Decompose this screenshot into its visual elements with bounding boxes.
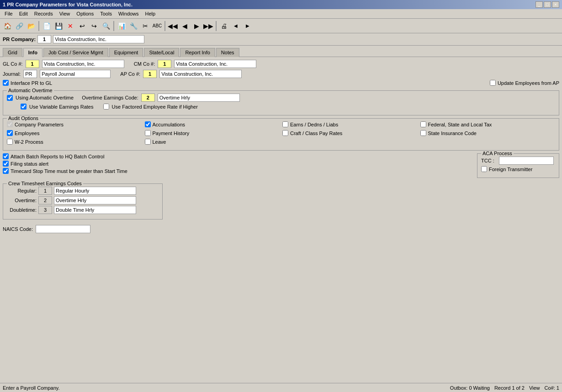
use-factored-rate-label: Use Factored Employee Rate if Higher bbox=[112, 104, 198, 110]
cm-co-number[interactable] bbox=[158, 60, 171, 68]
naics-input[interactable] bbox=[36, 225, 90, 233]
tab-grid[interactable]: Grid bbox=[3, 48, 22, 57]
pr-company-label: PR Company: bbox=[3, 37, 36, 42]
tb-save[interactable]: 💾 bbox=[53, 21, 64, 31]
audit-payment-history-checkbox[interactable] bbox=[145, 130, 151, 136]
maximize-button[interactable]: □ bbox=[544, 1, 551, 8]
tb-tools[interactable]: 🔧 bbox=[128, 21, 139, 31]
use-variable-rates-checkbox[interactable] bbox=[21, 104, 27, 110]
tb-new[interactable]: 📄 bbox=[41, 21, 52, 31]
gl-co-number[interactable] bbox=[26, 60, 39, 68]
tb-redo[interactable]: ↪ bbox=[89, 21, 100, 31]
window-controls[interactable]: _ □ × bbox=[535, 1, 559, 8]
tb-search[interactable]: 🔍 bbox=[101, 21, 111, 31]
menu-options[interactable]: Options bbox=[74, 10, 96, 17]
audit-company-params-checkbox[interactable] bbox=[7, 121, 13, 127]
using-auto-ot-label: Using Automatic Overtime bbox=[16, 95, 74, 100]
foreign-transmitter-label: Foreign Transmitter bbox=[489, 167, 532, 172]
audit-accumulations-checkbox[interactable] bbox=[145, 121, 151, 127]
audit-state-insurance-checkbox[interactable] bbox=[420, 130, 426, 136]
ot-earnings-code-name[interactable] bbox=[158, 94, 240, 102]
tb-back[interactable]: ◀ bbox=[230, 21, 241, 31]
tb-delete[interactable]: ✕ bbox=[65, 21, 76, 31]
filing-status-checkbox[interactable] bbox=[3, 161, 9, 167]
tab-equipment[interactable]: Equipment bbox=[109, 48, 143, 57]
overtime-name[interactable] bbox=[54, 196, 136, 204]
tb-cut[interactable]: ✂ bbox=[140, 21, 151, 31]
crew-timesheet-title: Crew Timesheet Earnings Codes bbox=[7, 181, 83, 186]
interface-update-row: Interface PR to GL Update Employees from… bbox=[3, 80, 559, 88]
audit-options-grid: Company Parameters Accumulations Earns /… bbox=[7, 121, 555, 146]
menu-file[interactable]: File bbox=[2, 10, 16, 17]
pr-company-name[interactable] bbox=[53, 35, 144, 43]
journal-code[interactable] bbox=[23, 70, 37, 78]
audit-federal-state-checkbox[interactable] bbox=[420, 121, 426, 127]
tb-last[interactable]: ▶▶ bbox=[203, 21, 214, 31]
tab-state-local[interactable]: State/Local bbox=[144, 48, 179, 57]
tab-report-info[interactable]: Report Info bbox=[180, 48, 215, 57]
cm-co-name[interactable] bbox=[174, 60, 256, 68]
audit-w2-process-label: W-2 Process bbox=[15, 139, 43, 145]
tb-print[interactable]: 🖨 bbox=[218, 21, 229, 31]
ap-co-number[interactable] bbox=[143, 70, 157, 78]
audit-leave: Leave bbox=[145, 139, 280, 145]
tb-undo[interactable]: ↩ bbox=[77, 21, 88, 31]
interface-pr-gl-checkbox[interactable] bbox=[3, 80, 9, 86]
menu-tools[interactable]: Tools bbox=[97, 10, 115, 17]
audit-federal-state-label: Federal, State and Local Tax bbox=[428, 122, 492, 127]
tb-forward[interactable]: ▶ bbox=[242, 21, 253, 31]
use-factored-rate-checkbox[interactable] bbox=[103, 104, 109, 110]
tcc-label: TCC : bbox=[481, 158, 497, 163]
aca-process-group: ACA Process TCC : Foreign Transmitter bbox=[477, 153, 559, 178]
audit-state-insurance: State Insurance Code bbox=[420, 130, 556, 136]
regular-name[interactable] bbox=[54, 187, 136, 195]
audit-options-title: Audit Options bbox=[7, 115, 40, 121]
audit-craft-class-checkbox[interactable] bbox=[282, 130, 288, 136]
menu-windows[interactable]: Windows bbox=[116, 10, 142, 17]
using-auto-ot-checkbox[interactable] bbox=[7, 95, 13, 101]
audit-craft-class: Craft / Class Pay Rates bbox=[282, 130, 418, 136]
pr-company-number[interactable] bbox=[37, 35, 51, 43]
overtime-num[interactable] bbox=[38, 196, 52, 204]
menu-view[interactable]: View bbox=[57, 10, 73, 17]
audit-employees: Employees bbox=[7, 130, 142, 136]
tb-open[interactable]: 📂 bbox=[26, 21, 37, 31]
doubletime-name[interactable] bbox=[54, 206, 136, 214]
minimize-button[interactable]: _ bbox=[535, 1, 543, 8]
menu-edit[interactable]: Edit bbox=[16, 10, 31, 17]
audit-employees-checkbox[interactable] bbox=[7, 130, 13, 136]
audit-w2-process-checkbox[interactable] bbox=[7, 139, 13, 145]
regular-row: Regular: bbox=[7, 187, 159, 195]
regular-num[interactable] bbox=[38, 187, 52, 195]
journal-name[interactable] bbox=[40, 70, 111, 78]
ot-earnings-code-num[interactable] bbox=[141, 94, 155, 102]
tab-job-cost[interactable]: Job Cost / Service Mgmt bbox=[43, 48, 108, 57]
tab-notes[interactable]: Notes bbox=[216, 48, 239, 57]
timecard-stop-checkbox[interactable] bbox=[3, 168, 9, 174]
tb-first[interactable]: ◀◀ bbox=[167, 21, 178, 31]
automatic-overtime-group: Automatic Overtime Using Automatic Overt… bbox=[3, 90, 559, 115]
tb-calc[interactable]: 📊 bbox=[116, 21, 127, 31]
auto-ot-row: Using Automatic Overtime Overtime Earnin… bbox=[7, 94, 555, 102]
menu-help[interactable]: Help bbox=[143, 10, 159, 17]
tab-info[interactable]: Info bbox=[23, 48, 42, 57]
attach-batch-checkbox[interactable] bbox=[3, 153, 9, 159]
audit-leave-checkbox[interactable] bbox=[145, 139, 151, 145]
ap-co-name[interactable] bbox=[159, 70, 242, 78]
tb-home[interactable]: 🏠 bbox=[2, 21, 13, 31]
tcc-input[interactable] bbox=[499, 157, 554, 165]
tb-next[interactable]: ▶ bbox=[191, 21, 202, 31]
audit-earns-dedns-checkbox[interactable] bbox=[282, 121, 288, 127]
menu-records[interactable]: Records bbox=[32, 10, 56, 17]
tb-spell[interactable]: ABC bbox=[152, 21, 163, 31]
naics-row: NAICS Code: bbox=[3, 225, 559, 233]
foreign-transmitter-checkbox[interactable] bbox=[481, 166, 487, 172]
close-button[interactable]: × bbox=[552, 1, 559, 8]
update-employees-checkbox[interactable] bbox=[490, 80, 496, 86]
ot-earnings-code-label: Overtime Earnings Code: bbox=[82, 95, 138, 100]
doubletime-num[interactable] bbox=[38, 206, 52, 214]
tb-prev[interactable]: ◀ bbox=[179, 21, 190, 31]
gl-co-label: GL Co #: bbox=[3, 61, 23, 67]
gl-co-name[interactable] bbox=[42, 60, 124, 68]
tb-link[interactable]: 🔗 bbox=[14, 21, 25, 31]
